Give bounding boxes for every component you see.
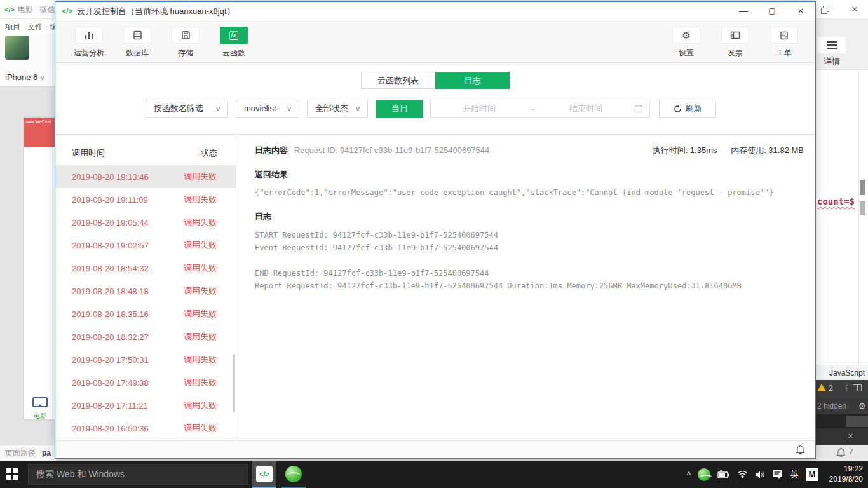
call-log-row[interactable]: 2019-08-20 19:05:44 调用失败 [55,211,236,234]
call-log-row[interactable]: 2019-08-20 18:48:18 调用失败 [55,280,236,302]
tray-expand-icon[interactable]: ^ [687,470,691,479]
menu-file[interactable]: 文件 [27,22,43,31]
nav-invoice[interactable]: 发票 [717,27,754,58]
taskbar-browser-app[interactable] [281,461,306,488]
gear-icon[interactable]: ⚙ [858,398,866,414]
close-icon[interactable]: × [846,1,863,18]
tab-function-list[interactable]: 云函数列表 [361,72,435,89]
chevron-down-icon: ∨ [355,100,361,117]
list-scrollbar[interactable] [233,354,235,412]
avatar[interactable] [5,36,29,60]
background-devtools-left: </>电影 - 微信 项目 文件 编辑 iPhone 6∨ ••••• WeCh… [0,0,56,461]
editor-scroll-thumb2[interactable] [860,201,865,215]
console-close-row: × [816,428,868,445]
device-selector[interactable]: iPhone 6∨ [0,67,56,87]
nav-database-label: 数据库 [119,48,156,58]
warning-count[interactable]: 2 [829,384,833,393]
call-log-row[interactable]: 2019-08-20 19:02:57 调用失败 [55,234,236,257]
today-button[interactable]: 当日 [376,100,423,118]
battery-icon[interactable] [717,470,730,478]
taskbar-search-input[interactable]: 搜索 Web 和 Windows [28,464,248,485]
date-range-input[interactable]: 开始时间 ~ 结束时间 [430,100,650,118]
console-toolbar: 运营分析 数据库 存储 fx 云函数 ⚙ 设置 [55,21,815,63]
refresh-button[interactable]: 刷新 [659,100,716,118]
action-center-icon[interactable] [772,470,783,480]
start-button[interactable] [6,468,19,480]
menu-project[interactable]: 项目 [5,22,20,31]
nav-ticket[interactable]: ? 工单 [766,27,803,58]
call-log-row[interactable]: 2019-08-20 18:54:32 调用失败 [55,257,236,280]
call-log-row[interactable]: 2019-08-20 16:50:36 调用失败 [55,417,236,440]
close-button[interactable]: × [790,2,811,21]
call-log-row[interactable]: 2019-08-20 17:50:31 调用失败 [55,348,236,371]
device-label: iPhone 6 [5,72,37,82]
nav-invoice-label: 发票 [717,48,754,58]
call-time: 2019-08-20 18:48:18 [72,287,149,296]
nav-storage-label: 存储 [167,48,204,58]
editor-scroll-track [858,71,859,365]
editor-code-text[interactable]: count=$ [817,196,855,207]
nav-functions[interactable]: fx 云函数 [215,27,252,58]
call-status-badge: 调用失败 [184,400,217,411]
call-log-row[interactable]: 2019-08-20 18:35:16 调用失败 [55,302,236,325]
js-panel-label-bar: JavaScript [816,365,868,380]
phone-app-entry[interactable]: 电影 [24,397,56,421]
call-time: 2019-08-20 18:54:32 [72,264,149,273]
call-log-row[interactable]: 2019-08-20 19:13:46 调用失败 [55,165,236,188]
status-select[interactable]: 全部状态∨ [307,100,368,118]
bar-chart-icon [84,31,94,40]
devtools-toolbar [0,34,56,67]
bell-icon[interactable] [796,445,805,455]
devtools-app-icon: </> [256,466,273,482]
call-status-badge: 调用失败 [184,262,217,274]
kebab-menu-icon[interactable]: ⋮ [843,383,851,393]
tab-logs[interactable]: 日志 [435,72,510,89]
close-icon-small[interactable]: × [848,430,853,441]
console-dark-row [816,414,868,428]
call-status-badge: 调用失败 [184,354,217,365]
console-window-title: 云开发控制台（当前环境 huanxuan-x8jqt） [77,2,235,21]
call-time: 2019-08-20 17:11:21 [72,401,148,410]
request-id: Request ID: 94127fcf-c33b-11e9-b1f7-5254… [294,146,490,155]
restore-icon[interactable] [821,6,828,13]
call-log-row[interactable]: 2019-08-20 17:11:21 调用失败 [55,394,236,417]
tray-browser-icon[interactable] [698,468,710,481]
taskbar-devtools-app[interactable]: </> [252,461,276,488]
phone-app-label: 电影 [24,412,56,421]
devtools-titlebar-right: × [816,0,868,19]
call-status-badge: 调用失败 [184,377,217,388]
dock-panel-icon[interactable] [853,384,862,391]
volume-icon[interactable] [755,470,765,479]
language-indicator[interactable]: 英 [790,469,799,480]
call-status-badge: 调用失败 [184,194,217,205]
call-log-row[interactable]: 2019-08-20 19:11:09 调用失败 [55,188,236,211]
log-detail-pane: 日志内容 Request ID: 94127fcf-c33b-11e9-b1f7… [237,135,816,440]
bell-icon[interactable] [836,447,846,458]
javascript-label: JavaScript [829,369,865,377]
detail-button[interactable] [818,37,846,53]
minimize-button[interactable]: — [733,2,754,21]
nav-settings[interactable]: ⚙ 设置 [668,27,705,58]
nav-database[interactable]: 数据库 [119,27,156,58]
console-titlebar[interactable]: </> 云开发控制台（当前环境 huanxuan-x8jqt） — ▢ × [55,2,815,21]
console-logo-icon: </> [62,2,72,21]
cloud-console-window: </> 云开发控制台（当前环境 huanxuan-x8jqt） — ▢ × 运营… [55,1,816,459]
editor-scroll-thumb[interactable] [860,180,865,195]
call-log-row[interactable]: 2019-08-20 17:49:38 调用失败 [55,371,236,394]
wifi-icon[interactable] [737,470,748,478]
log-line: START RequestId: 94127fcf-c33b-11e9-b1f7… [255,229,803,241]
log-line: Report RequestId: 94127fcf-c33b-11e9-b1f… [255,280,803,292]
function-name-filter-label: 按函数名筛选 [154,104,203,113]
function-name-filter-select[interactable]: 按函数名筛选∨ [146,100,228,118]
function-select[interactable]: movielist∨ [236,100,299,118]
maximize-button[interactable]: ▢ [761,2,783,21]
taskbar-clock[interactable]: 19:22 2019/8/20 [829,464,863,484]
call-log-row[interactable]: 2019-08-20 18:32:27 调用失败 [55,325,236,348]
log-meta-row: 日志内容 Request ID: 94127fcf-c33b-11e9-b1f7… [255,145,804,156]
nav-analytics[interactable]: 运营分析 [71,27,107,58]
screen: </>电影 - 微信 项目 文件 编辑 iPhone 6∨ ••••• WeCh… [0,0,868,488]
input-method-badge[interactable]: M [806,468,818,481]
nav-storage[interactable]: 存储 [167,27,204,58]
call-time: 2019-08-20 19:05:44 [72,218,149,227]
devtools-footer: 页面路径pa [0,445,56,461]
